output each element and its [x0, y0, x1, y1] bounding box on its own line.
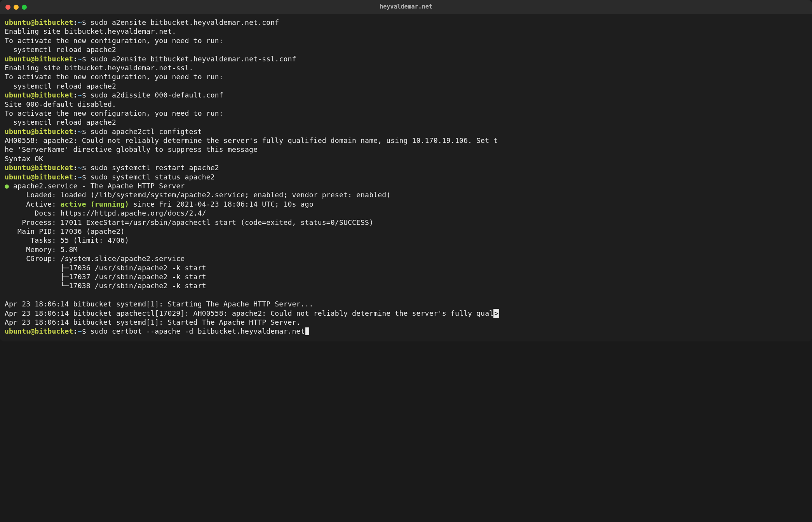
window-title: heyvaldemar.net: [380, 3, 432, 11]
status-loaded: Loaded: loaded (/lib/systemd/system/apac…: [5, 190, 807, 199]
prompt-path: ~: [78, 164, 82, 172]
prompt-path: ~: [78, 18, 82, 26]
prompt-symbol: $: [82, 164, 86, 172]
output-text: Enabling site bitbucket.heyvaldemar.net.…: [5, 27, 807, 54]
truncate-indicator: >: [493, 309, 499, 318]
titlebar[interactable]: heyvaldemar.net: [0, 0, 812, 14]
terminal-output[interactable]: ubuntu@bitbucket:~$ sudo a2ensite bitbuc…: [0, 14, 812, 341]
prompt-sep: :: [73, 91, 78, 99]
prompt-user: ubuntu@bitbucket: [5, 327, 73, 335]
output-text: Enabling site bitbucket.heyvaldemar.net-…: [5, 63, 807, 90]
prompt-user: ubuntu@bitbucket: [5, 91, 73, 99]
prompt-path: ~: [78, 127, 82, 136]
status-cgroup-child: ├─17036 /usr/sbin/apache2 -k start: [5, 263, 807, 272]
prompt-path: ~: [78, 55, 82, 63]
status-process: Process: 17011 ExecStart=/usr/sbin/apach…: [5, 218, 807, 227]
prompt-sep: :: [73, 173, 78, 181]
prompt-user: ubuntu@bitbucket: [5, 127, 73, 136]
status-bullet-icon: ●: [5, 182, 9, 190]
prompt-sep: :: [73, 127, 78, 136]
prompt-symbol: $: [82, 55, 86, 63]
prompt-user: ubuntu@bitbucket: [5, 173, 73, 181]
prompt-user: ubuntu@bitbucket: [5, 18, 73, 26]
cmd-text: sudo certbot --apache -d bitbucket.heyva…: [86, 327, 305, 335]
prompt-symbol: $: [82, 327, 86, 335]
status-docs: Docs: https://httpd.apache.org/docs/2.4/: [5, 209, 807, 218]
maximize-icon[interactable]: [22, 5, 27, 10]
prompt-symbol: $: [82, 18, 86, 26]
terminal-window: heyvaldemar.net ubuntu@bitbucket:~$ sudo…: [0, 0, 812, 341]
minimize-icon[interactable]: [14, 5, 19, 10]
status-mainpid: Main PID: 17036 (apache2): [5, 227, 807, 236]
prompt-sep: :: [73, 327, 78, 335]
prompt-path: ~: [78, 91, 82, 99]
prompt-symbol: $: [82, 91, 86, 99]
prompt-symbol: $: [82, 127, 86, 136]
status-cgroup: CGroup: /system.slice/apache2.service: [5, 254, 807, 263]
cmd-text: sudo a2dissite 000-default.conf: [86, 91, 223, 99]
log-line: Apr 23 18:06:14 bitbucket systemd[1]: St…: [5, 318, 807, 327]
prompt-symbol: $: [82, 173, 86, 181]
prompt-sep: :: [73, 55, 78, 63]
status-active-since: since Fri 2021-04-23 18:06:14 UTC; 10s a…: [129, 200, 314, 208]
prompt-path: ~: [78, 173, 82, 181]
status-memory: Memory: 5.8M: [5, 245, 807, 254]
prompt-user: ubuntu@bitbucket: [5, 55, 73, 63]
prompt-sep: :: [73, 164, 78, 172]
log-line: Apr 23 18:06:14 bitbucket apachectl[1702…: [5, 309, 493, 317]
cmd-text: sudo apache2ctl configtest: [86, 127, 202, 136]
prompt-path: ~: [78, 327, 82, 335]
prompt-sep: :: [73, 18, 78, 26]
cursor-icon: [305, 327, 309, 335]
traffic-lights: [5, 5, 27, 10]
status-active-value: active (running): [60, 200, 129, 208]
close-icon[interactable]: [5, 5, 10, 10]
log-line: Apr 23 18:06:14 bitbucket systemd[1]: St…: [5, 299, 807, 308]
output-text: AH00558: apache2: Could not reliably det…: [5, 136, 807, 163]
output-text: Site 000-default disabled. To activate t…: [5, 100, 807, 127]
cmd-text: sudo a2ensite bitbucket.heyvaldemar.net.…: [86, 18, 279, 26]
cmd-text: sudo systemctl status apache2: [86, 173, 215, 181]
status-tasks: Tasks: 55 (limit: 4706): [5, 236, 807, 245]
status-cgroup-child: └─17038 /usr/sbin/apache2 -k start: [5, 281, 807, 290]
cmd-text: sudo systemctl restart apache2: [86, 164, 219, 172]
service-header: apache2.service - The Apache HTTP Server: [9, 182, 185, 190]
cmd-text: sudo a2ensite bitbucket.heyvaldemar.net-…: [86, 55, 296, 63]
prompt-user: ubuntu@bitbucket: [5, 164, 73, 172]
status-cgroup-child: ├─17037 /usr/sbin/apache2 -k start: [5, 272, 807, 281]
status-active-label: Active:: [5, 200, 60, 208]
